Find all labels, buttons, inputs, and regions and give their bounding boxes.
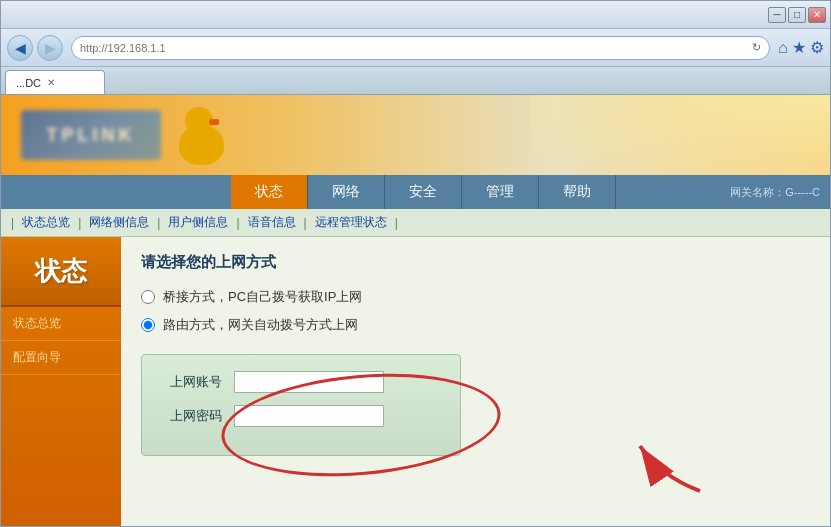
router-header: TPLINK — [1, 95, 830, 175]
form-row-username: 上网账号 — [162, 371, 440, 393]
password-input[interactable] — [234, 405, 384, 427]
tab-bar: ...DC ✕ — [1, 67, 830, 95]
sidebar: 状态 状态总览 配置向导 — [1, 237, 121, 526]
title-bar: ─ □ ✕ — [1, 1, 830, 29]
radio-route-input[interactable] — [141, 318, 155, 332]
radio-route[interactable]: 路由方式，网关自动拨号方式上网 — [141, 316, 810, 334]
title-bar-buttons: ─ □ ✕ — [768, 7, 826, 23]
minimize-button[interactable]: ─ — [768, 7, 786, 23]
forward-button[interactable]: ▶ — [37, 35, 63, 61]
sidebar-item-overview[interactable]: 状态总览 — [1, 307, 121, 341]
back-button[interactable]: ◀ — [7, 35, 33, 61]
nav-tab-help[interactable]: 帮助 — [539, 175, 616, 209]
username-input[interactable] — [234, 371, 384, 393]
sub-nav-network-info[interactable]: 网络侧信息 — [81, 214, 157, 231]
sidebar-state-section: 状态 — [1, 237, 121, 307]
duck-icon — [171, 105, 231, 165]
address-bar-wrapper: ↻ — [71, 36, 770, 60]
sub-nav-status-overview[interactable]: 状态总览 — [14, 214, 78, 231]
sub-nav: | 状态总览 | 网络侧信息 | 用户侧信息 | 语音信息 | 远程管理状态 | — [1, 209, 830, 237]
refresh-icon[interactable]: ↻ — [752, 41, 761, 54]
sidebar-title: 状态 — [35, 254, 87, 289]
sub-nav-user-info[interactable]: 用户侧信息 — [160, 214, 236, 231]
sub-nav-sep-5: | — [395, 216, 398, 230]
tools-icon[interactable]: ⚙ — [810, 38, 824, 57]
radio-group: 桥接方式，PC自己拨号获取IP上网 路由方式，网关自动拨号方式上网 — [141, 288, 810, 334]
forward-icon: ▶ — [45, 40, 56, 56]
main-layout: 状态 状态总览 配置向导 请选择您的上网方式 桥接方式，PC自己拨号获取IP上网… — [1, 237, 830, 526]
tab-close-icon[interactable]: ✕ — [47, 77, 55, 88]
nav-tab-network[interactable]: 网络 — [308, 175, 385, 209]
sidebar-item-config-guide[interactable]: 配置向导 — [1, 341, 121, 375]
browser-window: ─ □ ✕ ◀ ▶ ↻ ⌂ ★ ⚙ ...DC ✕ TPLINK — [0, 0, 831, 527]
duck-beak — [209, 119, 219, 125]
back-icon: ◀ — [15, 40, 26, 56]
sub-nav-voice-info[interactable]: 语音信息 — [240, 214, 304, 231]
address-input[interactable] — [80, 42, 752, 54]
arrow-indicator — [630, 436, 710, 496]
section-title: 请选择您的上网方式 — [141, 253, 810, 272]
favorites-icon[interactable]: ★ — [792, 38, 806, 57]
radio-bridge[interactable]: 桥接方式，PC自己拨号获取IP上网 — [141, 288, 810, 306]
tab-label: ...DC — [16, 77, 41, 89]
form-row-password: 上网密码 — [162, 405, 440, 427]
navigation-bar: ◀ ▶ ↻ ⌂ ★ ⚙ — [1, 29, 830, 67]
gateway-label: 网关名称：G-----C — [730, 185, 820, 200]
radio-bridge-input[interactable] — [141, 290, 155, 304]
form-section: 上网账号 上网密码 — [141, 354, 461, 456]
nav-tabs-container: 状态 网络 安全 管理 帮助 网关名称：G-----C — [231, 175, 830, 209]
radio-route-label: 路由方式，网关自动拨号方式上网 — [163, 316, 358, 334]
page-content: TPLINK 状态 网络 安全 管理 帮助 网关名称：G-----C | — [1, 95, 830, 526]
radio-bridge-label: 桥接方式，PC自己拨号获取IP上网 — [163, 288, 362, 306]
close-button[interactable]: ✕ — [808, 7, 826, 23]
browser-tab[interactable]: ...DC ✕ — [5, 70, 105, 94]
home-icon[interactable]: ⌂ — [778, 39, 788, 57]
brand-text: TPLINK — [21, 110, 161, 160]
nav-tab-management[interactable]: 管理 — [462, 175, 539, 209]
content-area: 请选择您的上网方式 桥接方式，PC自己拨号获取IP上网 路由方式，网关自动拨号方… — [121, 237, 830, 526]
router-nav: 状态 网络 安全 管理 帮助 网关名称：G-----C — [1, 175, 830, 209]
maximize-button[interactable]: □ — [788, 7, 806, 23]
nav-tab-status[interactable]: 状态 — [231, 175, 308, 209]
password-label: 上网密码 — [162, 407, 222, 425]
sub-nav-remote-manage[interactable]: 远程管理状态 — [307, 214, 395, 231]
nav-tab-security[interactable]: 安全 — [385, 175, 462, 209]
brand-logo: TPLINK — [21, 105, 231, 165]
username-label: 上网账号 — [162, 373, 222, 391]
